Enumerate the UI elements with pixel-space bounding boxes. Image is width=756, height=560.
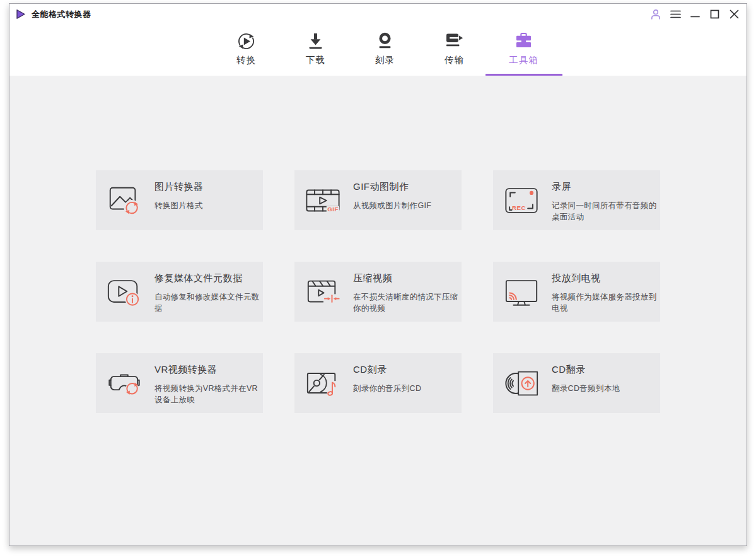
tab-burn[interactable]: 刻录 (351, 25, 420, 76)
app-window: 全能格式转换器 (9, 3, 747, 546)
toolbox-panel: 图片转换器 转换图片格式 (9, 76, 747, 545)
account-icon[interactable] (649, 8, 663, 21)
tool-card-description: 在不损失清晰度的情况下压缩你的视频 (353, 291, 462, 314)
tool-card-cd-ripper[interactable]: CD翻录 翻录CD音频到本地 (493, 353, 660, 413)
video-compressor-icon (305, 274, 341, 310)
tab-label: 刻录 (375, 54, 395, 66)
app-logo-play-icon (15, 9, 26, 20)
burn-icon (373, 29, 397, 53)
tool-card-vr-converter[interactable]: VR视频转换器 将视频转换为VR格式并在VR设备上放映 (96, 353, 263, 413)
tool-card-title: CD刻录 (353, 364, 462, 376)
gif-maker-icon: GIF (305, 182, 341, 219)
tab-download[interactable]: 下载 (281, 25, 351, 76)
cd-burner-icon (305, 365, 341, 402)
tool-card-description: 转换图片格式 (154, 200, 263, 211)
tab-convert[interactable]: 转换 (212, 25, 281, 76)
tool-card-description: 将视频作为媒体服务器投放到电视 (552, 291, 660, 314)
tool-card-description: 从视频或图片制作GIF (353, 200, 462, 211)
tab-label: 下载 (306, 54, 325, 66)
menu-icon[interactable] (668, 8, 682, 21)
tool-cards-grid: 图片转换器 转换图片格式 (96, 170, 660, 413)
tool-card-title: VR视频转换器 (154, 364, 263, 376)
tab-label: 传输 (445, 54, 464, 66)
tool-card-title: GIF动图制作 (353, 181, 462, 193)
desktop: 全能格式转换器 (0, 0, 756, 560)
tab-label: 工具箱 (509, 54, 538, 66)
main-navbar: 转换 下载 (9, 25, 747, 76)
toolbox-icon (512, 29, 535, 53)
close-button[interactable] (727, 8, 741, 21)
tab-transfer[interactable]: 传输 (420, 25, 489, 76)
fix-metadata-icon (106, 274, 142, 310)
tool-card-description: 自动修复和修改媒体文件元数据 (154, 291, 263, 314)
cast-to-tv-icon (503, 274, 540, 310)
tool-card-description: 记录同一时间所有带有音频的桌面活动 (552, 200, 660, 223)
gif-label: GIF (327, 206, 339, 213)
transfer-icon (443, 29, 466, 53)
tool-card-description: 刻录你的音乐到CD (353, 383, 462, 394)
convert-icon (235, 29, 258, 53)
tool-card-title: 图片转换器 (154, 181, 263, 193)
tool-card-video-compressor[interactable]: 压缩视频 在不损失清晰度的情况下压缩你的视频 (294, 262, 462, 322)
tool-card-cd-burner[interactable]: CD刻录 刻录你的音乐到CD (294, 353, 462, 413)
cd-ripper-icon (503, 365, 540, 402)
tool-card-fix-metadata[interactable]: 修复媒体文件元数据 自动修复和修改媒体文件元数据 (96, 262, 263, 322)
screen-recorder-icon: REC (503, 182, 540, 219)
tool-card-description: 将视频转换为VR格式并在VR设备上放映 (154, 383, 263, 405)
vr-converter-icon (106, 365, 142, 402)
titlebar: 全能格式转换器 (9, 4, 747, 25)
tool-card-cast-to-tv[interactable]: 投放到电视 将视频作为媒体服务器投放到电视 (493, 262, 660, 322)
image-converter-icon (106, 182, 142, 219)
tool-card-title: 录屏 (552, 181, 660, 193)
tool-card-title: 投放到电视 (552, 272, 660, 284)
tool-card-gif-maker[interactable]: GIF GIF动图制作 从视频或图片制作GIF (294, 170, 462, 230)
download-icon (304, 29, 327, 53)
tab-label: 转换 (236, 54, 256, 66)
maximize-button[interactable] (707, 8, 721, 21)
tool-card-title: 压缩视频 (353, 272, 462, 284)
tool-card-screen-recorder[interactable]: REC 录屏 记录同一时间所有带有音频的桌面活动 (493, 170, 660, 230)
tool-card-image-converter[interactable]: 图片转换器 转换图片格式 (96, 170, 263, 230)
tab-toolbox[interactable]: 工具箱 (489, 25, 559, 76)
rec-label: REC (512, 204, 526, 211)
nav-tabs: 转换 下载 (212, 25, 559, 76)
window-controls (649, 4, 741, 25)
app-title: 全能格式转换器 (32, 9, 91, 20)
tool-card-title: CD翻录 (552, 364, 660, 376)
tool-card-description: 翻录CD音频到本地 (552, 383, 660, 394)
minimize-button[interactable] (688, 8, 702, 21)
tool-card-title: 修复媒体文件元数据 (154, 272, 263, 284)
